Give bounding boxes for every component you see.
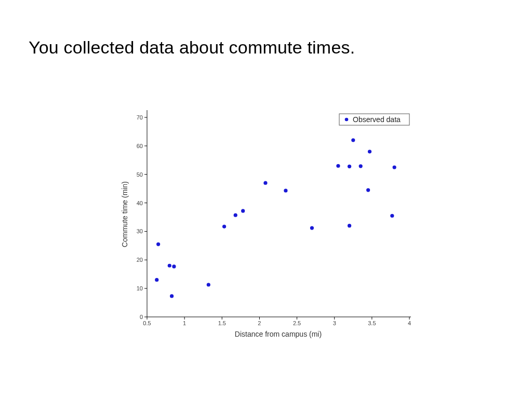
data-point: [310, 226, 314, 230]
y-tick-label: 60: [137, 143, 143, 149]
data-point: [390, 214, 394, 218]
data-point: [351, 138, 355, 142]
data-point: [172, 264, 176, 268]
slide: You collected data about commute times. …: [0, 0, 532, 399]
data-point: [393, 165, 396, 169]
x-tick-label: 1.5: [218, 320, 226, 326]
y-tick-label: 40: [137, 200, 143, 206]
data-point: [234, 214, 237, 217]
x-tick-label: 2: [258, 320, 261, 326]
scatter-chart: 0102030405060700.511.522.533.54Distance …: [118, 99, 422, 348]
data-point: [284, 189, 287, 192]
data-point: [348, 224, 351, 228]
y-tick-label: 20: [137, 257, 143, 263]
y-tick-label: 10: [137, 285, 143, 291]
data-point: [368, 150, 371, 153]
x-tick-label: 0.5: [143, 320, 151, 326]
y-tick-label: 0: [140, 314, 143, 320]
y-tick-label: 70: [137, 114, 143, 121]
legend-marker: [345, 118, 349, 122]
data-point: [366, 188, 370, 192]
x-tick-label: 2.5: [293, 320, 301, 326]
x-tick-label: 1: [183, 320, 186, 326]
y-tick-label: 50: [137, 171, 143, 178]
x-axis-label: Distance from campus (mi): [235, 330, 322, 338]
x-tick-label: 3.5: [368, 320, 376, 326]
data-point: [168, 264, 171, 268]
data-point: [359, 164, 363, 168]
data-point: [170, 294, 174, 298]
x-tick-label: 4: [408, 320, 411, 326]
data-point: [263, 181, 267, 185]
y-axis-label: Commute time (min): [121, 181, 129, 247]
data-point: [155, 278, 158, 282]
y-tick-label: 30: [137, 228, 143, 234]
data-point: [207, 283, 210, 286]
x-tick-label: 3: [333, 320, 336, 326]
data-point: [156, 243, 160, 246]
data-point: [241, 209, 245, 212]
data-point: [222, 224, 226, 228]
data-point: [336, 164, 340, 168]
data-point: [348, 165, 351, 168]
legend-label: Observed data: [353, 115, 401, 124]
page-title: You collected data about commute times.: [29, 37, 355, 58]
